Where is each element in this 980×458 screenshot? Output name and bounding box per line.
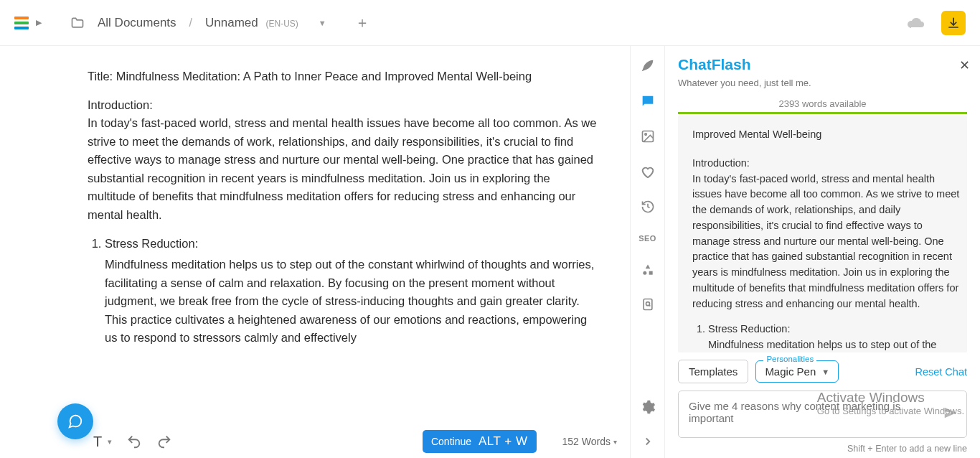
templates-button[interactable]: Templates (678, 360, 748, 383)
image-icon[interactable] (641, 129, 655, 144)
gear-icon[interactable] (640, 399, 656, 415)
redo-button[interactable] (156, 434, 172, 449)
doc-intro: Introduction: In today's fast-paced worl… (88, 96, 601, 225)
editor-footer: T ▾ Continue ALT + W 152 Words ▾ (0, 425, 630, 458)
chat-input[interactable] (678, 391, 967, 438)
breadcrumb-separator: / (189, 17, 192, 29)
folder-icon (70, 16, 85, 30)
shapes-icon[interactable] (641, 263, 655, 277)
document-editor[interactable]: Title: Mindfulness Meditation: A Path to… (0, 46, 630, 458)
seo-button[interactable]: SEO (639, 234, 656, 243)
collapse-icon[interactable] (641, 435, 654, 448)
feather-ai-icon[interactable] (640, 57, 656, 73)
input-hint: Shift + Enter to add a new line (678, 444, 967, 454)
chat-icon[interactable] (640, 93, 656, 109)
cloud-sync-icon[interactable] (907, 14, 924, 32)
language-tag: (EN-US) (266, 19, 298, 29)
top-header: ▶ All Documents / Unnamed (EN-US) ▼ ＋ (0, 0, 980, 46)
history-icon[interactable] (641, 200, 655, 214)
chevron-down-icon[interactable]: ▾ (108, 437, 112, 447)
panel-title: ChatFlash (678, 56, 967, 73)
heart-icon[interactable] (640, 164, 656, 179)
text-style-button[interactable]: T (93, 434, 102, 450)
doc-title-line: Title: Mindfulness Meditation: A Path to… (88, 67, 601, 86)
app-logo[interactable]: ▶ (14, 17, 42, 29)
word-count[interactable]: 152 Words ▾ (562, 436, 617, 447)
svg-point-1 (644, 134, 646, 136)
doc-list-item-1: Stress Reduction: Mindfulness meditation… (105, 235, 601, 347)
chevron-down-icon: ▾ (613, 438, 617, 446)
chevron-down-icon[interactable]: ▼ (319, 19, 326, 27)
breadcrumb-root[interactable]: All Documents (98, 16, 176, 30)
quota-bar (678, 112, 967, 114)
chevron-right-icon: ▶ (36, 18, 42, 27)
close-icon[interactable]: ✕ (959, 57, 970, 73)
continue-button[interactable]: Continue ALT + W (423, 430, 537, 453)
chatflash-panel: ChatFlash Whatever you need, just tell m… (664, 46, 980, 458)
svg-point-2 (643, 271, 646, 275)
reset-chat-link[interactable]: Reset Chat (915, 366, 967, 378)
svg-rect-4 (644, 299, 652, 310)
undo-button[interactable] (126, 434, 142, 449)
svg-rect-3 (649, 271, 652, 275)
send-icon[interactable] (943, 405, 958, 421)
breadcrumb: All Documents / Unnamed (EN-US) ▼ (70, 16, 326, 30)
personality-select[interactable]: Personalities Magic Pen ▼ (755, 360, 839, 383)
download-button[interactable] (941, 11, 966, 35)
new-document-button[interactable]: ＋ (355, 13, 369, 32)
find-icon[interactable] (641, 297, 655, 312)
right-tool-rail: SEO (630, 46, 664, 458)
breadcrumb-current[interactable]: Unnamed (EN-US) (205, 16, 298, 30)
panel-subtitle: Whatever you need, just tell me. (678, 78, 967, 88)
chat-message: Improved Mental Well-being Introduction:… (678, 116, 967, 352)
chevron-down-icon: ▼ (821, 368, 829, 376)
word-quota: 2393 words available (678, 98, 967, 109)
select-legend: Personalities (763, 355, 816, 363)
